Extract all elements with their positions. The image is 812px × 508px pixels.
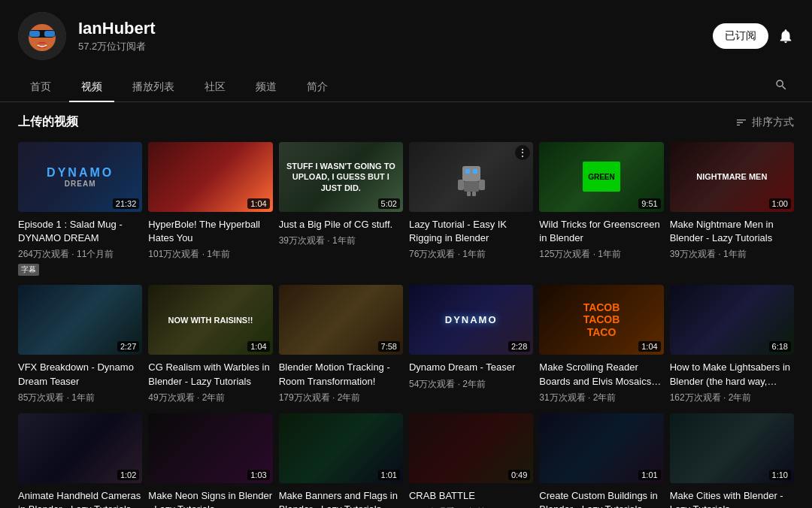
- svg-rect-5: [40, 32, 44, 35]
- video-title: Animate Handheld Cameras in Blender - La…: [18, 489, 142, 508]
- tab-videos[interactable]: 视频: [69, 73, 114, 101]
- video-meta: 162万次观看 · 2年前: [670, 392, 794, 404]
- channel-avatar: [18, 12, 66, 60]
- video-thumbnail: NIGHTMARE MEN 1:00: [670, 142, 794, 212]
- video-card[interactable]: NOW WITH RAISINS!! 1:04 CG Realism with …: [148, 285, 272, 404]
- video-meta: 101万次观看 · 1年前: [148, 248, 272, 261]
- video-card[interactable]: STUFF I WASN'T GOING TO UPLOAD, I GUESS …: [279, 142, 403, 276]
- video-meta: 85万次观看 · 1年前: [18, 392, 142, 404]
- header-actions: 已订阅: [713, 23, 794, 49]
- video-duration: 6:18: [769, 341, 791, 352]
- channel-header: IanHubert 57.2万位订阅者 已订阅: [0, 0, 812, 72]
- svg-rect-4: [44, 31, 55, 37]
- video-card[interactable]: DYNAMO DREAM 21:32 Episode 1 : Salad Mug…: [18, 142, 142, 276]
- video-title: How to Make Lightsabers in Blender (the …: [670, 361, 794, 388]
- video-thumbnail: 1:02: [18, 413, 142, 483]
- video-card[interactable]: 0:49 CRAB BATTLE 57万次观看 · 2年前: [409, 413, 533, 508]
- video-card[interactable]: 1:03 Make Neon Signs in Blender - Lazy T…: [148, 413, 272, 508]
- video-duration: 1:10: [769, 470, 791, 480]
- video-card[interactable]: 2:27 VFX Breakdown - Dynamo Dream Teaser…: [18, 285, 142, 404]
- video-title: Lazy Tutorial - Easy IK Rigging in Blend…: [409, 218, 533, 245]
- video-card[interactable]: 1:04 HyperBole! The Hyperball Hates You …: [148, 142, 272, 276]
- video-duration: 1:03: [247, 470, 269, 480]
- video-title: Episode 1 : Salad Mug - DYNAMO DREAM: [18, 218, 142, 245]
- video-badge: 字幕: [18, 264, 39, 276]
- svg-rect-14: [467, 192, 471, 196]
- svg-rect-10: [473, 169, 477, 174]
- sort-button[interactable]: 排序方式: [735, 116, 794, 129]
- video-thumbnail: 1:01: [279, 413, 403, 483]
- video-card[interactable]: NIGHTMARE MEN 1:00 Make Nightmare Men in…: [670, 142, 794, 276]
- video-card[interactable]: 1:01 Make Banners and Flags in Blender -…: [279, 413, 403, 508]
- channel-subscribers: 57.2万位订阅者: [78, 40, 713, 53]
- video-duration: 1:01: [378, 470, 400, 480]
- sort-label: 排序方式: [752, 116, 794, 129]
- video-title: Make Scrolling Reader Boards and Elvis M…: [539, 361, 663, 388]
- video-card[interactable]: DYNAMO 2:28 Dynamo Dream - Teaser 54万次观看…: [409, 285, 533, 404]
- video-thumbnail: DYNAMO DREAM 21:32: [18, 142, 142, 212]
- video-grid: DYNAMO DREAM 21:32 Episode 1 : Salad Mug…: [18, 142, 794, 508]
- video-thumbnail: STUFF I WASN'T GOING TO UPLOAD, I GUESS …: [279, 142, 403, 212]
- svg-rect-3: [29, 31, 40, 37]
- video-duration: 21:32: [113, 198, 140, 209]
- channel-name: IanHubert: [78, 19, 713, 38]
- video-thumbnail: 0:49: [409, 413, 533, 483]
- svg-rect-13: [479, 180, 485, 190]
- video-duration: 9:51: [638, 198, 660, 209]
- video-thumbnail: GREEN 9:51: [539, 142, 663, 212]
- main-content: 上传的视频 排序方式 DYNAMO DREAM 21:32 Episode 1 …: [0, 102, 812, 508]
- video-title: Make Nightmare Men in Blender - Lazy Tut…: [670, 218, 794, 245]
- video-card[interactable]: GREEN 9:51 Wild Tricks for Greenscreen i…: [539, 142, 663, 276]
- video-card[interactable]: TACOBTACOBTACO 1:04 Make Scrolling Reade…: [539, 285, 663, 404]
- svg-rect-8: [462, 166, 480, 181]
- video-duration: 5:02: [378, 198, 400, 209]
- video-duration: 1:04: [638, 341, 660, 352]
- video-meta: 39万次观看 · 1年前: [670, 248, 794, 261]
- video-meta: 76万次观看 · 1年前: [409, 248, 533, 261]
- tab-channels[interactable]: 频道: [244, 73, 289, 101]
- video-duration: 1:04: [247, 198, 269, 209]
- subscribe-button[interactable]: 已订阅: [713, 23, 768, 49]
- notification-bell-button[interactable]: [777, 28, 794, 44]
- svg-rect-9: [465, 169, 470, 174]
- tab-playlists[interactable]: 播放列表: [120, 73, 186, 101]
- channel-navigation: 首页 视频 播放列表 社区 频道 简介: [0, 72, 812, 102]
- video-meta: 54万次观看 · 2年前: [409, 378, 533, 391]
- video-meta: 264万次观看 · 11个月前: [18, 248, 142, 261]
- video-title: Create Custom Buildings in Blender - Laz…: [539, 489, 663, 508]
- video-thumbnail: ⋮: [409, 142, 533, 212]
- video-meta: 49万次观看 · 2年前: [148, 392, 272, 404]
- video-duration: 1:04: [247, 341, 269, 352]
- video-duration: 2:28: [508, 341, 530, 352]
- tab-community[interactable]: 社区: [192, 73, 238, 101]
- video-meta: 31万次观看 · 2年前: [539, 392, 663, 404]
- video-duration: 1:00: [769, 198, 791, 209]
- video-card[interactable]: 1:10 Make Cities with Blender - Lazy Tut…: [670, 413, 794, 508]
- video-card[interactable]: 1:02 Animate Handheld Cameras in Blender…: [18, 413, 142, 508]
- video-card[interactable]: ⋮ Lazy Tutorial - Easy IK Rigging in Ble…: [409, 142, 533, 276]
- svg-rect-11: [464, 181, 479, 192]
- video-title: Dynamo Dream - Teaser: [409, 361, 533, 374]
- video-thumbnail: 6:18: [670, 285, 794, 355]
- search-icon[interactable]: [768, 72, 794, 101]
- video-thumbnail: 2:27: [18, 285, 142, 355]
- video-thumbnail: 1:10: [670, 413, 794, 483]
- video-card[interactable]: 6:18 How to Make Lightsabers in Blender …: [670, 285, 794, 404]
- svg-rect-15: [472, 192, 476, 196]
- tab-about[interactable]: 简介: [295, 73, 340, 101]
- video-thumbnail: TACOBTACOBTACO 1:04: [539, 285, 663, 355]
- video-card[interactable]: 1:01 Create Custom Buildings in Blender …: [539, 413, 663, 508]
- video-thumbnail: 7:58: [279, 285, 403, 355]
- video-title: CG Realism with Warbles in Blender - Laz…: [148, 361, 272, 388]
- video-thumbnail: 1:04: [148, 142, 272, 212]
- video-title: HyperBole! The Hyperball Hates You: [148, 218, 272, 245]
- video-meta: 179万次观看 · 2年前: [279, 392, 403, 404]
- video-meta: 125万次观看 · 1年前: [539, 248, 663, 261]
- video-duration: 1:01: [638, 470, 660, 480]
- video-thumbnail: 1:01: [539, 413, 663, 483]
- channel-info: IanHubert 57.2万位订阅者: [78, 19, 713, 53]
- video-title: Just a Big Pile of CG stuff.: [279, 218, 403, 231]
- video-thumbnail: NOW WITH RAISINS!! 1:04: [148, 285, 272, 355]
- video-card[interactable]: 7:58 Blender Motion Tracking - Room Tran…: [279, 285, 403, 404]
- tab-home[interactable]: 首页: [18, 73, 63, 101]
